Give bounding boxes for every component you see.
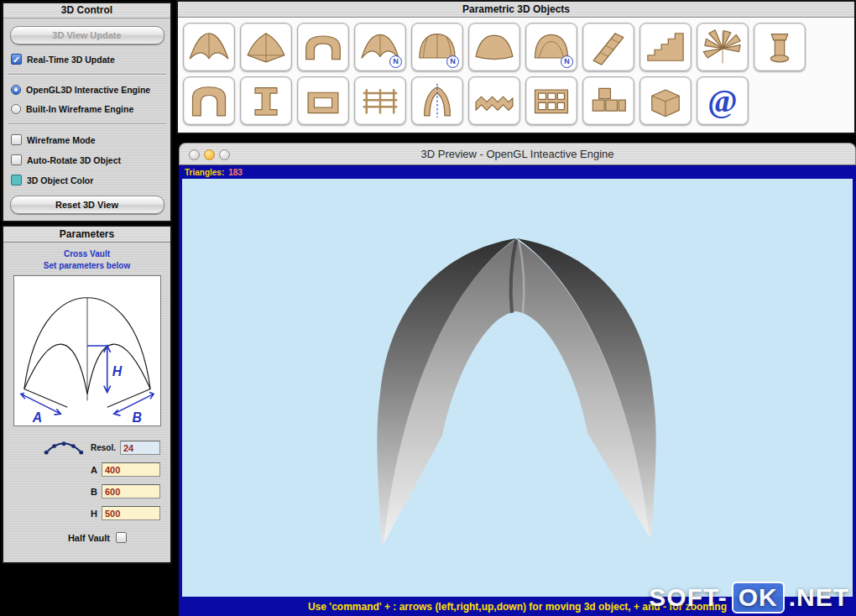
divider <box>8 74 166 76</box>
railing-icon <box>358 81 402 120</box>
realtime-update-checkbox[interactable]: ✓ <box>11 54 22 65</box>
control-panel: 3D Control 3D View Update ✓ Real-Time 3D… <box>2 2 172 222</box>
object-color-well[interactable] <box>11 175 22 185</box>
vault-diagram: A B H <box>13 275 161 426</box>
engine-wireframe-row[interactable]: Built-In Wireframe Engine <box>11 104 170 114</box>
stairs-icon <box>644 28 687 66</box>
zoom-button[interactable] <box>219 149 230 160</box>
at-symbol-button[interactable]: @ <box>697 76 749 125</box>
pointed-arch-button[interactable] <box>411 76 463 125</box>
cross-vault-render <box>182 179 853 597</box>
realtime-update-label: Real-Time 3D Update <box>27 55 115 65</box>
wireframe-engine-radio[interactable] <box>11 104 21 114</box>
box-profile-button[interactable] <box>297 76 349 125</box>
realtime-update-row[interactable]: ✓ Real-Time 3D Update <box>11 54 170 65</box>
object-color-row[interactable]: 3D Object Color <box>11 175 170 185</box>
spiral-stairs-button[interactable] <box>697 23 749 71</box>
minimize-button[interactable] <box>204 149 215 160</box>
wireframe-mode-checkbox[interactable] <box>11 134 22 145</box>
param-h-row: H <box>3 506 160 520</box>
preview-titlebar[interactable]: 3D Preview - OpenGL Inteactive Engine <box>179 143 856 165</box>
resolution-curve-icon <box>43 441 85 455</box>
parameters-panel-title: Parameters <box>3 227 170 243</box>
barrel-vault-button[interactable] <box>297 23 349 71</box>
wireframe-engine-label: Built-In Wireframe Engine <box>26 104 133 114</box>
wireframe-mode-row[interactable]: Wireframe Mode <box>11 134 170 145</box>
cube-icon <box>644 81 687 120</box>
param-h-label: H <box>91 509 97 519</box>
pointed-arch-icon <box>415 81 459 120</box>
sail-vault-button[interactable] <box>468 23 520 71</box>
zigzag-stairs-button[interactable] <box>468 76 520 125</box>
triangles-label: Triangles: <box>185 168 224 177</box>
cloister-vault-button[interactable]: N <box>411 23 463 71</box>
resolution-label: Resol. <box>91 443 116 452</box>
preview-title: 3D Preview - OpenGL Inteactive Engine <box>180 144 855 164</box>
truss-icon <box>587 28 630 66</box>
divider <box>8 123 166 125</box>
i-beam-button[interactable] <box>240 76 292 125</box>
wireframe-mode-label: Wireframe Mode <box>27 135 96 145</box>
i-beam-icon <box>244 81 288 120</box>
opengl-engine-radio[interactable] <box>11 85 21 95</box>
waffle-slab-icon <box>530 81 573 120</box>
arch-portal-button[interactable] <box>183 76 235 125</box>
barrel-vault-icon <box>301 28 345 66</box>
palette-title: Parametric 3D Objects <box>178 2 854 18</box>
object-type-label: Cross Vault <box>3 249 170 258</box>
cross-vault-rounded-button[interactable]: N <box>354 23 406 71</box>
half-vault-row[interactable]: Half Vault <box>3 532 127 543</box>
palette-row-1: NNN <box>178 23 854 71</box>
arch-portal-icon <box>187 81 231 120</box>
watermark-part2: OK <box>732 582 785 613</box>
control-panel-title: 3D Control <box>3 3 170 18</box>
half-vault-checkbox[interactable] <box>116 532 127 543</box>
pavilion-vault-button[interactable] <box>240 23 292 71</box>
auto-rotate-row[interactable]: Auto-Rotate 3D Object <box>11 154 170 165</box>
new-badge: N <box>561 55 573 68</box>
resolution-input[interactable] <box>120 441 160 455</box>
param-a-label: A <box>91 465 97 475</box>
opengl-engine-label: OpenGL3D Interactive Engine <box>26 85 150 95</box>
cross-vault-button[interactable] <box>183 23 235 71</box>
spiral-stairs-icon <box>701 28 744 66</box>
palette-panel: Parametric 3D Objects NNN @ <box>176 0 856 134</box>
column-icon <box>758 28 801 66</box>
dome-button[interactable]: N <box>525 23 577 71</box>
railing-button[interactable] <box>354 76 406 125</box>
reset-view-button[interactable]: Reset 3D View <box>10 196 164 214</box>
new-badge: N <box>446 55 459 68</box>
column-button[interactable] <box>754 23 806 71</box>
auto-rotate-checkbox[interactable] <box>11 154 22 165</box>
preview-frame: Triangles: 183 Use 'command' <box>179 165 856 616</box>
diagram-b-label: B <box>132 410 141 425</box>
triangles-value: 183 <box>228 168 243 177</box>
close-button[interactable] <box>189 149 200 160</box>
watermark-part3: .NET <box>789 583 849 612</box>
resolution-row: Resol. <box>3 441 160 455</box>
half-vault-label: Half Vault <box>68 533 110 543</box>
param-h-input[interactable] <box>102 506 160 520</box>
palette-row-2: @ <box>178 76 854 125</box>
truss-button[interactable] <box>582 23 634 71</box>
block-assembly-icon <box>587 81 630 120</box>
param-a-row: A <box>3 462 160 477</box>
param-b-label: B <box>91 487 97 497</box>
diagram-a-label: A <box>31 410 41 425</box>
param-a-input[interactable] <box>102 462 160 477</box>
watermark-part1: SOFT- <box>649 583 727 612</box>
engine-opengl-row[interactable]: OpenGL3D Interactive Engine <box>11 85 170 95</box>
pavilion-vault-icon <box>244 28 288 66</box>
triangles-status: Triangles: 183 <box>182 165 853 179</box>
sail-vault-icon <box>472 28 516 66</box>
parameters-panel: Parameters Cross Vault Set parameters be… <box>2 225 172 564</box>
waffle-slab-button[interactable] <box>525 76 577 125</box>
stairs-button[interactable] <box>639 23 692 71</box>
param-b-input[interactable] <box>102 484 160 499</box>
vault-diagram-sketch: A B H <box>14 276 160 425</box>
preview-canvas[interactable] <box>182 179 853 597</box>
new-badge: N <box>389 55 402 68</box>
cube-button[interactable] <box>639 76 692 125</box>
parameters-hint: Set parameters below <box>3 261 170 270</box>
block-assembly-button[interactable] <box>582 76 634 125</box>
